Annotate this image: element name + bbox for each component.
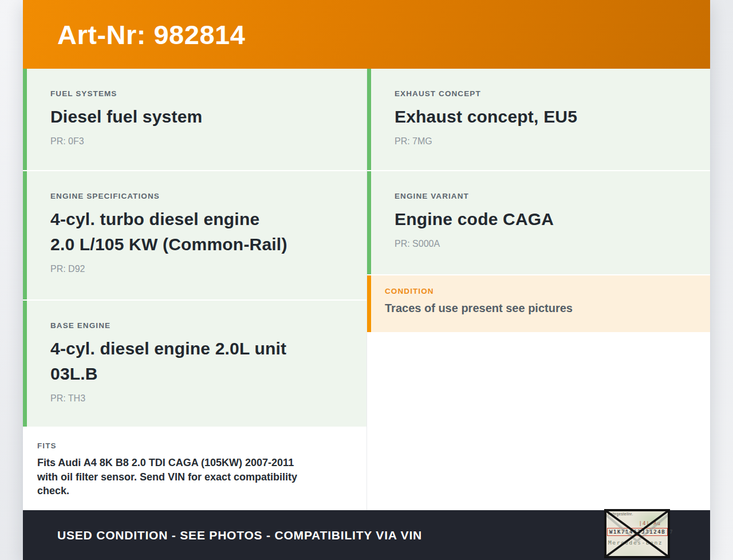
card-condition: CONDITION Traces of use present see pict… [367, 275, 710, 332]
card-label: ENGINE SPECIFICATIONS [50, 192, 346, 200]
pr-code: PR: 7MG [395, 136, 689, 147]
right-column: EXHAUST CONCEPT Exhaust concept, EU5 PR:… [366, 69, 710, 511]
fits-description: Fits Audi A4 8K B8 2.0 TDI CAGA (105KW) … [37, 456, 349, 498]
card-title: 4-cyl. turbo diesel engine 2.0 L/105 KW … [50, 207, 346, 257]
card-engine-specifications: ENGINE SPECIFICATIONS 4-cyl. turbo diese… [23, 171, 366, 299]
article-number-title: Art-Nr: 982814 [57, 19, 245, 50]
card-title: Engine code CAGA [395, 207, 689, 232]
vin-document-thumbnail: Fahrgestellnr. |4| Au W1K71463J3124B 7 M… [604, 509, 670, 558]
broken-image-envelope-icon [604, 509, 670, 558]
card-title: Diesel fuel system [50, 104, 346, 129]
pr-code: PR: 0F3 [50, 136, 346, 147]
pr-code: PR: S000A [395, 239, 689, 249]
vin-suffix: 7 [669, 529, 672, 535]
card-base-engine: BASE ENGINE 4-cyl. diesel engine 2.0L un… [23, 301, 366, 427]
card-label: FUEL SYSTEMS [50, 89, 346, 98]
card-fuel-systems: FUEL SYSTEMS Diesel fuel system PR: 0F3 [23, 69, 366, 170]
pr-code: PR: D92 [50, 264, 346, 274]
spec-columns: FUEL SYSTEMS Diesel fuel system PR: 0F3 … [23, 69, 710, 511]
card-label: ENGINE VARIANT [395, 192, 689, 200]
card-label: EXHAUST CONCEPT [395, 89, 689, 98]
card-label: CONDITION [385, 287, 696, 295]
card-title: 4-cyl. diesel engine 2.0L unit 03L.B [50, 336, 346, 387]
card-title: Exhaust concept, EU5 [395, 104, 689, 129]
card-engine-variant: ENGINE VARIANT Engine code CAGA PR: S000… [367, 171, 710, 274]
card-fits: FITS Fits Audi A4 8K B8 2.0 TDI CAGA (10… [23, 428, 366, 510]
left-column: FUEL SYSTEMS Diesel fuel system PR: 0F3 … [23, 69, 366, 511]
header-banner: Art-Nr: 982814 [23, 0, 710, 69]
listing-page: { "header": { "title": "Art-Nr: 982814" … [0, 0, 733, 560]
listing-container: Art-Nr: 982814 FUEL SYSTEMS Diesel fuel … [23, 0, 710, 560]
right-column-filler [367, 333, 710, 511]
card-exhaust-concept: EXHAUST CONCEPT Exhaust concept, EU5 PR:… [367, 69, 710, 170]
card-label: FITS [37, 441, 349, 450]
card-label: BASE ENGINE [50, 321, 346, 330]
pr-code: PR: TH3 [50, 393, 346, 404]
condition-text: Traces of use present see pictures [385, 301, 696, 316]
footer-notice: USED CONDITION - SEE PHOTOS - COMPATIBIL… [57, 529, 422, 542]
